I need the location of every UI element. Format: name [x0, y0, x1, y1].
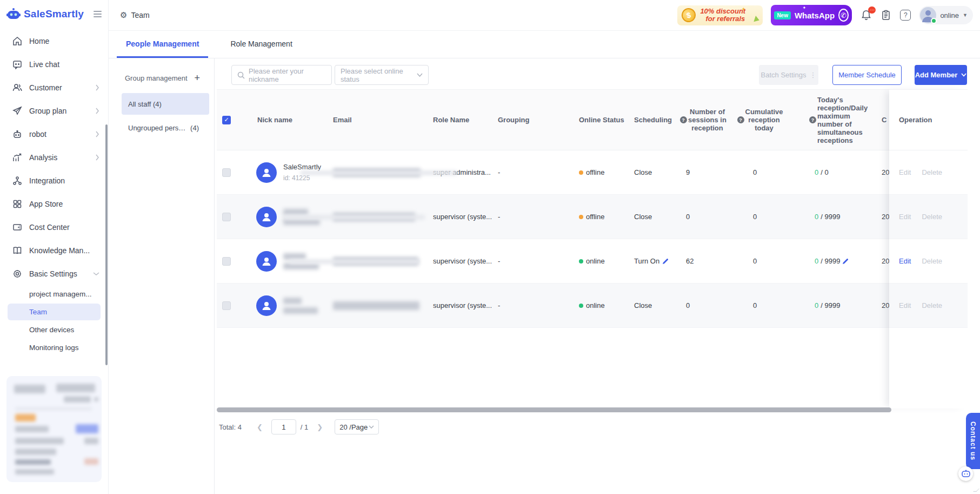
- row-checkbox[interactable]: [222, 213, 231, 221]
- page-size-select[interactable]: 20 /Page: [335, 419, 379, 434]
- sidebar: SaleSmartly Home Live chat Customer Grou…: [0, 0, 109, 494]
- sidebar-item-group-plan[interactable]: Group plan: [0, 99, 108, 122]
- sidebar-item-integration[interactable]: Integration: [0, 169, 108, 192]
- paper-plane-icon: [12, 106, 23, 116]
- edit-button[interactable]: Edit: [899, 301, 911, 309]
- sparkle-icon: ✦: [742, 6, 746, 12]
- nickname-search-input[interactable]: Please enter your nickname: [231, 65, 332, 85]
- nickname-redacted: [283, 209, 308, 215]
- delete-button[interactable]: Delete: [922, 301, 942, 309]
- delete-button[interactable]: Delete: [922, 168, 942, 176]
- member-schedule-button[interactable]: Member Schedule: [832, 65, 902, 85]
- customer-icon: [12, 82, 23, 93]
- chevron-down-icon: [93, 272, 99, 276]
- whatsapp-icon: ✆: [838, 9, 849, 22]
- profile-menu[interactable]: online ▼: [919, 6, 973, 24]
- cost-center-icon: [12, 222, 23, 233]
- help-icon[interactable]: ?: [737, 116, 744, 123]
- whatsapp-promo-banner[interactable]: New WhatsApp ✦ ✆: [771, 5, 852, 25]
- sidebar-item-live-chat[interactable]: Live chat: [0, 52, 108, 76]
- horizontal-scrollbar[interactable]: [217, 407, 891, 412]
- sidebar-item-home[interactable]: Home: [0, 29, 108, 52]
- help-icon[interactable]: ?: [809, 116, 816, 123]
- member-avatar: [256, 207, 277, 227]
- notifications-bell[interactable]: ⋯: [860, 9, 872, 21]
- sidebar-item-cost-center[interactable]: Cost Center: [0, 215, 108, 239]
- add-group-button[interactable]: +: [194, 73, 200, 83]
- sidebar-item-monitoring-logs[interactable]: Monitoring logs: [0, 339, 108, 357]
- email-redacted: [333, 301, 419, 310]
- status-dot: [579, 170, 583, 175]
- collapse-menu-icon[interactable]: [94, 11, 102, 17]
- edit-limit-pencil-icon[interactable]: [842, 258, 849, 265]
- table-header-row: ✓ Nick name Email Role Name Grouping Onl…: [217, 89, 968, 150]
- total-count: 4: [238, 423, 242, 431]
- sidebar-item-analysis[interactable]: Analysis: [0, 146, 108, 169]
- member-id-redacted: [283, 307, 318, 314]
- help-icon[interactable]: ?: [900, 10, 911, 21]
- select-all-checkbox[interactable]: ✓: [222, 116, 231, 124]
- avatar: [920, 7, 936, 23]
- home-icon: [12, 36, 23, 47]
- more-dots-icon: ⋮: [809, 71, 816, 79]
- redacted-strip: [301, 170, 457, 175]
- sidebar-item-customer[interactable]: Customer: [0, 76, 108, 99]
- help-icon[interactable]: ?: [680, 116, 687, 123]
- status-dot: [579, 259, 583, 264]
- member-avatar: [256, 295, 277, 316]
- member-id: id: 41225: [283, 174, 321, 182]
- tasks-clipboard[interactable]: [880, 9, 892, 21]
- chevron-down-icon: [417, 73, 423, 77]
- prev-page-button[interactable]: ❮: [250, 423, 269, 431]
- sidebar-item-team[interactable]: Team: [8, 304, 101, 320]
- new-badge: New: [774, 11, 791, 19]
- member-avatar: [256, 162, 277, 183]
- group-item-all-staff[interactable]: All staff (4): [122, 93, 209, 115]
- tab-people-management[interactable]: People Management: [117, 31, 208, 58]
- edit-button[interactable]: Edit: [899, 213, 911, 221]
- referral-discount-banner[interactable]: $ 10% discount for referrals ✦: [677, 5, 763, 25]
- workspace-card-redacted: [6, 376, 102, 482]
- total-label: Total:: [219, 423, 236, 431]
- row-checkbox[interactable]: [222, 257, 231, 266]
- nickname-redacted: [283, 298, 302, 304]
- add-member-button[interactable]: Add Member: [915, 65, 967, 85]
- online-status-select[interactable]: Please select online status: [335, 65, 429, 85]
- row-checkbox[interactable]: [222, 168, 231, 177]
- contact-us-tab[interactable]: Contact us: [966, 413, 980, 469]
- table-area: Please enter your nickname Please select…: [215, 58, 980, 494]
- chevron-right-icon: [95, 131, 99, 137]
- group-item-ungrouped[interactable]: Ungrouped perso... (4): [122, 120, 199, 136]
- chevron-down-icon: [369, 425, 374, 429]
- page-number-input[interactable]: 1: [271, 419, 296, 434]
- edit-scheduling-pencil-icon[interactable]: [662, 258, 669, 265]
- sidebar-item-basic-settings[interactable]: Basic Settings: [0, 262, 108, 285]
- next-page-button[interactable]: ❯: [310, 423, 329, 431]
- sidebar-item-robot[interactable]: robot: [0, 122, 108, 146]
- knowledge-book-icon: [12, 245, 23, 256]
- delete-button[interactable]: Delete: [922, 213, 942, 221]
- delete-button[interactable]: Delete: [922, 257, 942, 265]
- sidebar-item-other-devices[interactable]: Other devices: [0, 321, 108, 339]
- robot-icon: [12, 129, 23, 140]
- chat-widget-button[interactable]: [958, 466, 973, 481]
- sidebar-item-app-store[interactable]: App Store: [0, 192, 108, 215]
- batch-settings-button[interactable]: Batch Settings ⋮: [759, 65, 818, 85]
- sidebar-scrollbar[interactable]: [105, 124, 108, 365]
- gear-icon: ⚙: [120, 10, 127, 20]
- table-row: supervisor (syste... - online Close 0 0 …: [217, 284, 968, 328]
- table-row: supervisor (syste... - online Turn On 62…: [217, 239, 968, 284]
- edit-button[interactable]: Edit: [899, 168, 911, 176]
- table-row: SaleSmartly id: 41225 super administra..…: [217, 150, 968, 195]
- page-count: / 1: [301, 423, 308, 431]
- sidebar-item-knowledge[interactable]: Knowledge Man...: [0, 239, 108, 262]
- sidebar-item-project-management[interactable]: project managem...: [0, 285, 108, 303]
- breadcrumb: ⚙ Team: [120, 10, 150, 20]
- tab-role-management[interactable]: Role Management: [221, 31, 301, 58]
- row-checkbox[interactable]: [222, 301, 231, 310]
- integration-icon: [12, 175, 23, 186]
- sparkle-icon: ✦: [802, 5, 806, 10]
- chevron-down-icon: ▼: [963, 12, 968, 18]
- nickname-redacted: [283, 253, 306, 260]
- edit-button[interactable]: Edit: [899, 257, 911, 265]
